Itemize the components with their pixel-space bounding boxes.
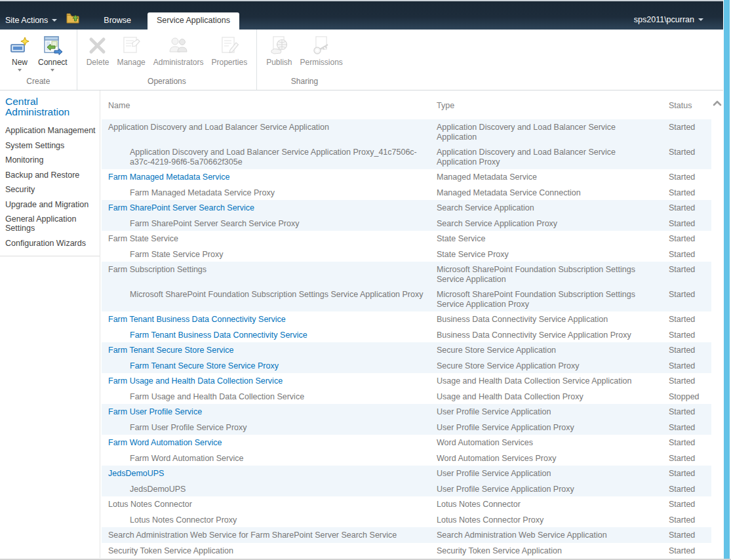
column-header-name[interactable]: Name [102,101,437,110]
type-cell: Word Automation Services [437,435,669,450]
chevron-down-icon [50,69,54,71]
service-name-link[interactable]: Farm Tenant Secure Store Service [108,346,234,355]
type-cell: Search Service Application [437,200,669,216]
button-label: New [12,58,28,67]
window-edge [724,0,730,560]
service-name-link[interactable]: Farm Usage and Health Data Collection Se… [108,376,283,386]
column-header-type[interactable]: Type [437,101,669,110]
status-cell: Started [669,119,711,144]
type-cell: Application Discovery and Load Balancer … [437,119,669,144]
sidebar-item-backup-and-restore[interactable]: Backup and Restore [5,170,96,180]
column-header-status[interactable]: Status [669,101,711,110]
status-cell: Started [669,185,711,201]
table-row: Security Token Service ApplicationSecuri… [102,543,711,559]
top-bar: Site Actions BrowseService Applications … [0,0,723,30]
service-name: JedsDemoUPS [130,485,186,494]
table-row: Farm Tenant Secure Store ServiceSecure S… [102,342,711,358]
service-name: Security Token Service Application [108,546,233,555]
table-row: Microsoft SharePoint Foundation Subscrip… [102,287,711,311]
publish-button: Publish [262,33,296,68]
button-label: Delete [87,58,109,67]
name-cell: Microsoft SharePoint Foundation Subscrip… [102,287,437,311]
sidebar-item-system-settings[interactable]: System Settings [5,141,96,150]
ribbon: NewConnectCreateDeleteManageAdministrato… [0,30,723,90]
manage-icon [121,35,142,56]
sidebar-item-central-administration[interactable]: Central Administration [5,96,96,117]
service-name: Farm State Service [108,234,178,243]
name-cell: Farm Tenant Business Data Connectivity S… [102,327,437,343]
type-cell: Secure Store Service Application Proxy [437,358,669,374]
ribbon-group-operations: DeleteManageAdministratorsPropertiesOper… [77,30,256,90]
button-label: Publish [266,58,292,67]
sidebar-item-configuration-wizards[interactable]: Configuration Wizards [5,239,96,248]
table-row: Farm SharePoint Server Search Service Pr… [102,216,711,231]
status-cell: Started [669,466,711,481]
status-cell: Started [669,342,711,358]
table-row: Lotus Notes Connector ProxyLotus Notes C… [102,512,711,528]
table-row: Farm Managed Metadata Service ProxyManag… [102,185,711,201]
name-cell: Farm State Service Proxy [102,247,437,262]
service-name-link[interactable]: Farm User Profile Service [108,407,202,416]
name-cell: Application Discovery and Load Balancer … [102,119,437,144]
status-cell: Started [669,435,711,450]
name-cell: JedsDemoUPS [102,481,437,497]
name-cell: Farm Usage and Health Data Collection Se… [102,389,437,405]
sidebar-item-application-management[interactable]: Application Management [5,126,96,135]
service-name-link[interactable]: Farm Tenant Secure Store Service Proxy [130,361,279,370]
service-name-link[interactable]: Farm Managed Metadata Service [108,172,230,182]
sidebar-item-upgrade-and-migration[interactable]: Upgrade and Migration [5,200,96,209]
site-actions-menu[interactable]: Site Actions [0,16,62,30]
service-applications-list: Name Type Status Application Discovery a… [102,90,711,558]
service-name: Farm Subscription Settings [108,265,207,274]
service-name-link[interactable]: Farm Word Automation Service [108,438,222,447]
type-cell: Application Discovery and Load Balancer … [437,144,669,169]
table-row: Farm Usage and Health Data Collection Se… [102,389,711,405]
service-name: Farm User Profile Service Proxy [130,423,247,432]
chevron-down-icon [52,19,57,22]
delete-button: Delete [83,33,113,68]
button-label: Manage [117,58,145,67]
user-menu[interactable]: sps2011\pcurran [634,15,723,30]
scroll-up-button[interactable] [712,98,722,109]
name-cell: Security Token Service Application [102,543,437,559]
service-name-link[interactable]: Farm Tenant Business Data Connectivity S… [130,330,307,340]
name-cell: Farm Word Automation Service [102,450,437,466]
table-row: Application Discovery and Load Balancer … [102,119,711,144]
service-name-link[interactable]: JedsDemoUPS [108,469,164,478]
service-name: Farm Word Automation Service [130,454,243,463]
ribbon-group-buttons: NewConnect [1,30,75,74]
service-name-link[interactable]: Farm Tenant Business Data Connectivity S… [108,315,286,324]
table-row: Lotus Notes ConnectorLotus Notes Connect… [102,496,711,512]
tab-service-applications[interactable]: Service Applications [148,12,239,30]
service-name: Farm State Service Proxy [130,250,223,259]
connect-button[interactable]: Connect [34,33,71,73]
name-cell: Farm Tenant Secure Store Service [102,342,437,358]
sidebar-item-security[interactable]: Security [5,185,96,194]
table-row: Farm Tenant Business Data Connectivity S… [102,311,711,327]
tab-browse[interactable]: Browse [95,12,140,30]
name-cell: Farm State Service [102,231,437,247]
name-cell: Farm Tenant Secure Store Service Proxy [102,358,437,374]
type-cell: User Profile Service Application [437,466,669,481]
status-cell: Started [669,404,711,420]
button-label: Properties [211,58,247,67]
table-row: Application Discovery and Load Balancer … [102,144,711,169]
status-cell: Started [669,247,711,262]
administrators-icon [168,35,189,56]
service-name-link[interactable]: Farm SharePoint Server Search Service [108,203,254,212]
new-button[interactable]: New [5,33,34,73]
button-label: Administrators [153,58,204,67]
ribbon-group-buttons: PublishPermissions [258,30,351,74]
table-row: Farm Tenant Secure Store Service ProxySe… [102,358,711,374]
sidebar-item-general-application-settings[interactable]: General Application Settings [5,214,96,233]
sidebar-divider [0,256,100,256]
ribbon-group-label: Operations [79,74,255,90]
navigate-up-icon[interactable] [66,12,79,26]
ribbon-group-sharing: PublishPermissionsSharing [256,30,352,90]
type-cell: Search Service Application Proxy [437,216,669,231]
name-cell: JedsDemoUPS [102,466,437,481]
sidebar-item-monitoring[interactable]: Monitoring [5,155,96,165]
name-cell: Application Discovery and Load Balancer … [102,144,437,169]
status-cell: Started [669,481,711,497]
chevron-down-icon [698,18,703,21]
